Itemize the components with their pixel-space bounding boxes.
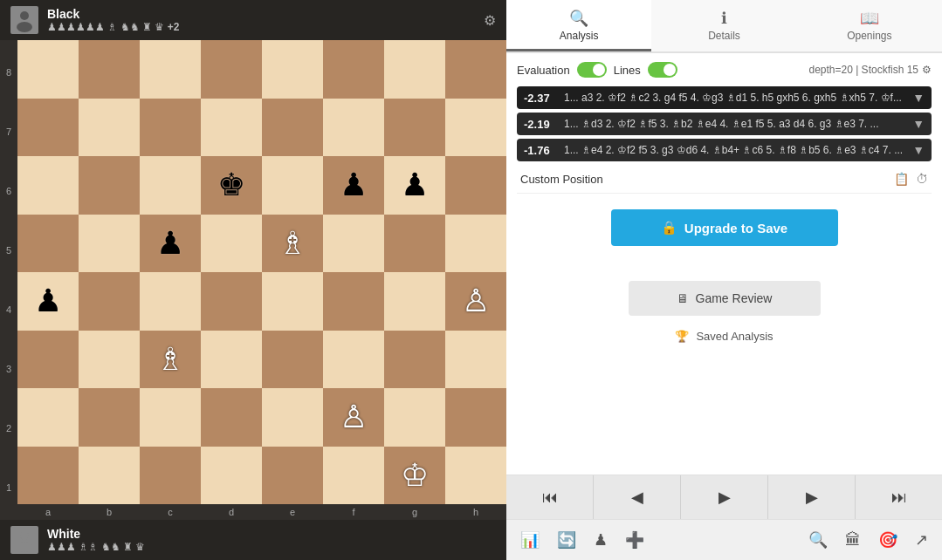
- square-b7[interactable]: [79, 99, 140, 157]
- expand-line-2-icon[interactable]: ▼: [912, 117, 925, 131]
- square-h8[interactable]: [445, 40, 506, 99]
- square-c1[interactable]: [140, 447, 201, 505]
- square-f1[interactable]: [323, 447, 384, 505]
- square-d3[interactable]: [201, 331, 262, 389]
- square-b6[interactable]: [79, 156, 140, 215]
- square-a5[interactable]: [17, 215, 79, 273]
- rank-6: 6: [6, 161, 11, 221]
- stockfish-settings-icon[interactable]: ⚙: [922, 64, 932, 76]
- zoom-in-icon[interactable]: 🔍: [805, 527, 831, 553]
- square-a7[interactable]: [17, 99, 79, 157]
- square-a3[interactable]: [17, 331, 79, 389]
- square-a1[interactable]: [17, 447, 79, 505]
- square-g3[interactable]: [384, 331, 445, 389]
- square-f7[interactable]: [323, 99, 384, 157]
- square-e6[interactable]: [262, 156, 323, 215]
- square-e2[interactable]: [262, 388, 323, 447]
- square-h3[interactable]: [445, 331, 506, 389]
- tab-details[interactable]: ℹ Details: [651, 0, 796, 51]
- target-icon[interactable]: 🎯: [875, 527, 901, 553]
- square-d7[interactable]: [201, 99, 262, 157]
- upgrade-to-save-button[interactable]: 🔒 Upgrade to Save: [611, 209, 838, 246]
- square-d4[interactable]: [201, 272, 262, 331]
- saved-analysis-row[interactable]: 🏆 Saved Analysis: [517, 330, 932, 343]
- square-e8[interactable]: [262, 40, 323, 99]
- settings-icon[interactable]: ⚙: [484, 12, 496, 29]
- square-d5[interactable]: [201, 215, 262, 273]
- square-e5[interactable]: ♗: [262, 215, 323, 273]
- square-h1[interactable]: [445, 447, 506, 505]
- square-g7[interactable]: [384, 99, 445, 157]
- square-f8[interactable]: [323, 40, 384, 99]
- square-g8[interactable]: [384, 40, 445, 99]
- square-e7[interactable]: [262, 99, 323, 157]
- chessboard[interactable]: ♚♟♟♟♗♟♙♗♙♔: [17, 40, 506, 504]
- square-h4[interactable]: ♙: [445, 272, 506, 331]
- nav-prev-button[interactable]: ◀: [594, 475, 681, 519]
- game-review-button[interactable]: 🖥 Game Review: [629, 281, 821, 316]
- square-e1[interactable]: [262, 447, 323, 505]
- expand-line-3-icon[interactable]: ▼: [912, 143, 925, 157]
- square-c7[interactable]: [140, 99, 201, 157]
- nav-next-button[interactable]: ▶: [768, 475, 856, 519]
- square-f2[interactable]: ♙: [323, 388, 384, 447]
- square-g5[interactable]: [384, 215, 445, 273]
- nav-play-button[interactable]: ▶: [681, 475, 768, 519]
- square-g6[interactable]: ♟: [384, 156, 445, 215]
- eval-line-2[interactable]: -2.19 1... ♗d3 2. ♔f2 ♗f5 3. ♗b2 ♗e4 4. …: [517, 113, 932, 135]
- reset-position-icon[interactable]: ⏱: [916, 172, 928, 186]
- expand-line-1-icon[interactable]: ▼: [912, 91, 925, 105]
- share-icon[interactable]: ♟: [590, 527, 611, 553]
- square-b4[interactable]: [79, 272, 140, 331]
- square-c6[interactable]: [140, 156, 201, 215]
- square-f5[interactable]: [323, 215, 384, 273]
- eval-line-1[interactable]: -2.37 1... a3 2. ♔f2 ♗c2 3. g4 f5 4. ♔g3…: [517, 86, 932, 109]
- eval-line-3[interactable]: -1.76 1... ♗e4 2. ♔f2 f5 3. g3 ♔d6 4. ♗b…: [517, 139, 932, 161]
- square-b3[interactable]: [79, 331, 140, 389]
- square-a2[interactable]: [17, 388, 79, 447]
- square-a8[interactable]: [17, 40, 79, 99]
- nav-first-button[interactable]: ⏮: [506, 475, 594, 519]
- square-d1[interactable]: [201, 447, 262, 505]
- evaluation-toggle[interactable]: [577, 62, 607, 78]
- lines-toggle[interactable]: [648, 62, 677, 78]
- square-h2[interactable]: [445, 388, 506, 447]
- tab-analysis[interactable]: 🔍 Analysis: [506, 0, 651, 51]
- square-b2[interactable]: [79, 388, 140, 447]
- square-c2[interactable]: [140, 388, 201, 447]
- square-f3[interactable]: [323, 331, 384, 389]
- bar-chart-icon[interactable]: 📊: [517, 527, 543, 553]
- piece-f2: ♙: [340, 401, 368, 433]
- square-b1[interactable]: [79, 447, 140, 505]
- square-a6[interactable]: [17, 156, 79, 215]
- square-c3[interactable]: ♗: [140, 331, 201, 389]
- square-g2[interactable]: [384, 388, 445, 447]
- nav-last-button[interactable]: ⏭: [856, 475, 942, 519]
- square-d6[interactable]: ♚: [201, 156, 262, 215]
- copy-fen-icon[interactable]: 📋: [894, 172, 909, 186]
- square-b8[interactable]: [79, 40, 140, 99]
- square-c5[interactable]: ♟: [140, 215, 201, 273]
- square-e4[interactable]: [262, 272, 323, 331]
- square-c8[interactable]: [140, 40, 201, 99]
- square-f4[interactable]: [323, 272, 384, 331]
- square-d2[interactable]: [201, 388, 262, 447]
- square-g1[interactable]: ♔: [384, 447, 445, 505]
- square-h6[interactable]: [445, 156, 506, 215]
- square-f6[interactable]: ♟: [323, 156, 384, 215]
- library-icon[interactable]: 🏛: [842, 528, 864, 553]
- tab-openings[interactable]: 📖 Openings: [797, 0, 942, 51]
- square-a4[interactable]: ♟: [17, 272, 79, 331]
- depth-info: depth=20 | Stockfish 15 ⚙: [808, 64, 932, 76]
- square-d8[interactable]: [201, 40, 262, 99]
- flip-board-icon[interactable]: 🔄: [554, 527, 580, 553]
- square-e3[interactable]: [262, 331, 323, 389]
- square-h7[interactable]: [445, 99, 506, 157]
- custom-position-label: Custom Position: [520, 173, 887, 186]
- square-g4[interactable]: [384, 272, 445, 331]
- add-icon[interactable]: ➕: [622, 527, 648, 553]
- square-b5[interactable]: [79, 215, 140, 273]
- square-c4[interactable]: [140, 272, 201, 331]
- share2-icon[interactable]: ↗: [911, 527, 932, 553]
- square-h5[interactable]: [445, 215, 506, 273]
